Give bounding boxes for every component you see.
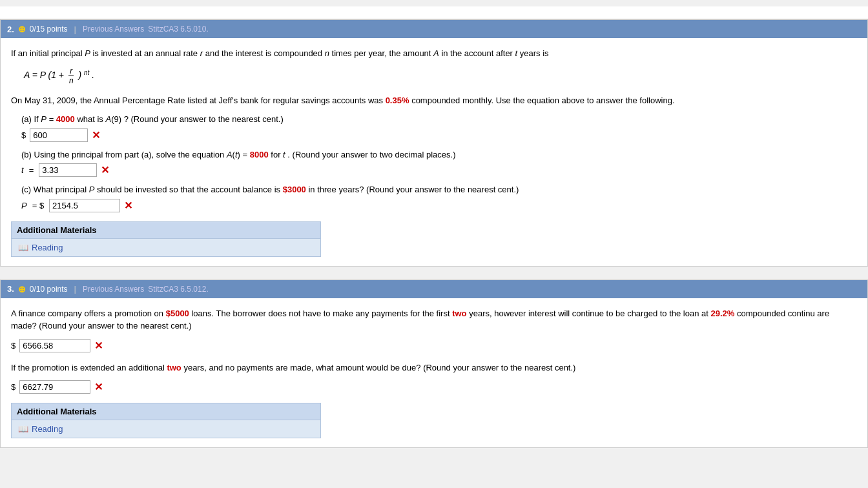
part-c-P: P: [89, 185, 95, 194]
additional-materials-2: Additional Materials 📖 Reading: [11, 221, 321, 257]
clear-b-icon[interactable]: ✕: [101, 164, 109, 176]
q3-two1: two: [452, 309, 466, 318]
formula-block: A = P (1 + r n ) nt .: [24, 66, 857, 85]
question-3-header: 3. ⊕ 0/10 points | Previous Answers Stit…: [1, 280, 867, 298]
part-a-end: ? (Round your answer to the nearest cent…: [124, 114, 284, 124]
q3-text6: If the promotion is extended an addition…: [11, 363, 167, 372]
additional-header-3: Additional Materials: [12, 403, 320, 420]
context-end-2: compounded monthly. Use the equation abo…: [411, 96, 674, 105]
additional-materials-3: Additional Materials 📖 Reading: [11, 403, 321, 438]
part-c-input[interactable]: [49, 199, 120, 212]
part-a-P: P: [41, 114, 46, 124]
question-3-number: 3.: [7, 284, 14, 294]
part-a-question: what is: [77, 114, 105, 124]
formula: A = P (1 + r n ) nt .: [24, 66, 94, 85]
part-a-label: (a) If P = 4000 what is A(9) ? (Round yo…: [21, 113, 857, 126]
problem-intro-2: If an initial principal: [11, 48, 85, 58]
part-a-paren: (9): [111, 114, 121, 124]
dollar-3-1: $: [11, 341, 16, 351]
t-eq-label: t: [21, 165, 24, 175]
problem-t-2: t: [515, 48, 518, 58]
separator-2: |: [74, 25, 76, 34]
additional-body-3: 📖 Reading: [12, 420, 320, 438]
clear-a-icon[interactable]: ✕: [92, 129, 100, 141]
book-icon-2: 📖: [18, 243, 28, 252]
book-icon-3: 📖: [18, 424, 28, 434]
question-2-block: 2. ⊕ 0/15 points | Previous Answers Stit…: [0, 19, 868, 267]
part-a-input[interactable]: [30, 128, 88, 142]
formula-exp: nt: [84, 68, 89, 76]
part-c-end: in three years? (Round your answer to th…: [308, 185, 519, 194]
question-3-body: A finance company offers a promotion on …: [1, 298, 867, 448]
q3-text3: years, however interest will continue to…: [469, 309, 710, 318]
fraction-num: r: [68, 66, 74, 76]
question-2-header: 2. ⊕ 0/15 points | Previous Answers Stit…: [1, 20, 867, 38]
q3-input-1[interactable]: [19, 339, 90, 352]
clear-c-icon[interactable]: ✕: [124, 199, 132, 212]
formula-paren: (1 +: [48, 70, 67, 80]
problem-text-3: A finance company offers a promotion on …: [11, 307, 857, 332]
problem-P-2: P: [85, 48, 90, 58]
q3-val1: $5000: [166, 309, 189, 318]
problem-end2-2: in the account after: [441, 48, 515, 58]
reading-link-2[interactable]: 📖 Reading: [18, 243, 314, 252]
q3-text2: loans. The borrower does not have to mak…: [191, 309, 452, 318]
clear-3-2-icon[interactable]: ✕: [94, 381, 103, 393]
part-a-eq: =: [49, 114, 56, 124]
part-a-input-row: $ ✕: [21, 128, 857, 142]
q3-input-2[interactable]: [19, 380, 90, 394]
problem-end-2: times per year, the amount: [332, 48, 434, 58]
part-b-input[interactable]: [39, 163, 97, 177]
formula-dot: .: [92, 70, 94, 80]
fraction: r n: [68, 66, 75, 85]
part-b-paren2: ): [238, 150, 240, 159]
part-c-label: (c) What principal P should be invested …: [21, 183, 857, 196]
problem-mid2-2: and the interest is compounded: [205, 48, 325, 58]
part-c-input-row: P = $ ✕: [21, 199, 857, 212]
P-eq-sign: = $: [32, 201, 44, 210]
part-c-text: (c) What principal: [21, 185, 89, 194]
prev-answers-3: Previous Answers: [83, 285, 144, 294]
part-b-end: . (Round your answer to two decimal plac…: [287, 150, 455, 159]
formula-P: P: [40, 70, 46, 80]
plus-icon-2: ⊕: [18, 24, 26, 34]
t-eq-sign: =: [29, 165, 34, 175]
q3-input-row-1: $ ✕: [11, 339, 857, 352]
part-b-for: for: [271, 150, 283, 159]
part-a-text: (a) If: [21, 114, 41, 124]
q3-two2: two: [167, 363, 181, 372]
part-b-val: 8000: [250, 150, 269, 159]
clear-3-1-icon[interactable]: ✕: [94, 340, 103, 352]
reading-link-3[interactable]: 📖 Reading: [18, 424, 314, 434]
part-c-val: $3000: [283, 185, 306, 194]
part-b-label: (b) Using the principal from part (a), s…: [21, 148, 857, 161]
q3-text7: years, and no payments are made, what am…: [183, 363, 575, 372]
fraction-den: n: [68, 76, 75, 85]
reading-label-2: Reading: [32, 243, 63, 252]
part-b-text: (b) Using the principal from part (a), s…: [21, 150, 227, 159]
q3-rate: 29.2%: [711, 309, 735, 318]
prev-answers-2: Previous Answers: [83, 25, 144, 34]
additional-body-2: 📖 Reading: [12, 239, 320, 256]
part-b-At: A: [227, 150, 232, 159]
question-3-points: 0/10 points: [30, 285, 68, 294]
part-c-mid: should be invested so that the account b…: [97, 185, 283, 194]
formula-A: A: [24, 70, 30, 80]
problem-n-2: n: [325, 48, 329, 58]
reading-label-3: Reading: [32, 424, 63, 434]
dollar-3-2: $: [11, 382, 16, 392]
part-b-input-row: t = ✕: [21, 163, 857, 177]
problem-A-2: A: [433, 48, 439, 58]
source-ref-3: StitzCA3 6.5.012.: [148, 285, 208, 294]
separator-3: |: [74, 284, 76, 294]
P-eq-label: P: [21, 201, 27, 210]
part-a: (a) If P = 4000 what is A(9) ? (Round yo…: [21, 113, 857, 142]
problem-mid-2: is invested at an annual rate: [92, 48, 200, 58]
problem-r-2: r: [200, 48, 203, 58]
part-b-eq: =: [243, 150, 250, 159]
source-ref-2: StitzCA3 6.5.010.: [148, 25, 208, 34]
context-text-2: On May 31, 2009, the Annual Percentage R…: [11, 94, 857, 107]
q3-input-row-2: $ ✕: [11, 380, 857, 394]
context-2: On May 31, 2009, the Annual Percentage R…: [11, 96, 386, 105]
plus-icon-3: ⊕: [18, 284, 26, 294]
